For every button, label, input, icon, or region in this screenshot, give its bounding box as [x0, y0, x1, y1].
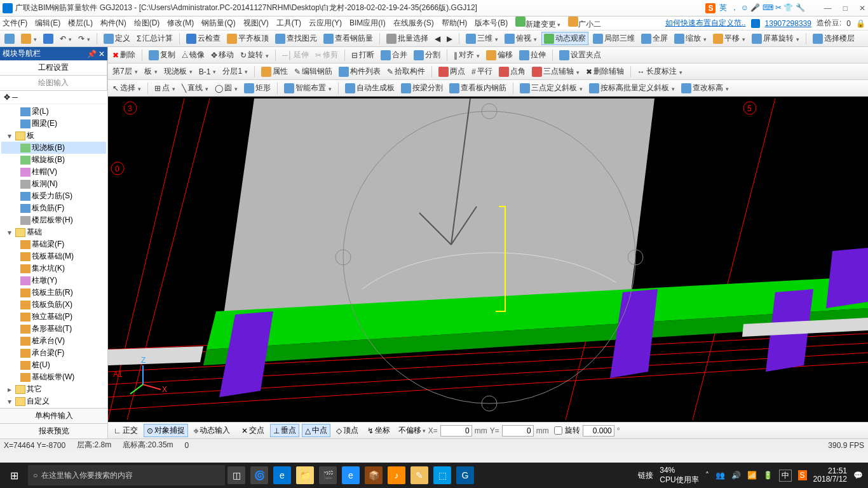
break-button[interactable]: ⊟打断 — [349, 49, 376, 61]
copy-button[interactable]: 复制 — [147, 49, 177, 61]
perp-snap[interactable]: ⊥垂点 — [270, 424, 299, 437]
screen-rotate-button[interactable]: 屏幕旋转 — [750, 32, 801, 44]
rotate-checkbox[interactable] — [554, 426, 562, 435]
tab-draw-input[interactable]: 绘图输入 — [0, 76, 107, 90]
osnap-toggle[interactable]: ⊙对象捕捉 — [144, 424, 188, 437]
angle-input[interactable] — [583, 425, 614, 437]
new-file-icon[interactable] — [3, 33, 17, 44]
floor-select[interactable]: 第7层 — [111, 65, 140, 78]
save-icon[interactable] — [41, 33, 55, 44]
undo-icon[interactable]: ↶ — [58, 34, 74, 44]
tree-found-beam[interactable]: 基础梁(F) — [32, 239, 64, 250]
menu-help[interactable]: 帮助(H) — [442, 18, 468, 29]
tray-network-icon[interactable]: 📶 — [747, 471, 757, 480]
edge-icon[interactable]: e — [273, 466, 291, 484]
menu-bim[interactable]: BIM应用(I) — [349, 18, 386, 29]
tree-custom[interactable]: 自定义 — [27, 396, 50, 407]
ptang-button[interactable]: 点角 — [497, 65, 527, 78]
3d-viewport[interactable]: 3 5 0 A1 Z X — [108, 97, 868, 422]
menu-view[interactable]: 视图(V) — [243, 18, 269, 29]
tree-beam[interactable]: 梁(L) — [32, 106, 49, 117]
stretch-button[interactable]: 拉伸 — [517, 49, 548, 61]
tree-pier[interactable]: 柱墩(Y) — [32, 275, 57, 286]
menu-steel[interactable]: 钢筋量(Q) — [201, 18, 235, 29]
tree-column-cap[interactable]: 柱帽(V) — [32, 166, 57, 177]
circle-tool[interactable]: ◯圆 — [213, 82, 240, 94]
lock-icon[interactable]: 🔒 — [856, 19, 865, 28]
delete-button[interactable]: ✖删除 — [111, 49, 137, 61]
app-icon-4[interactable]: ✎ — [410, 466, 428, 484]
tab-single-input[interactable]: 单构件输入 — [0, 408, 107, 423]
movie-icon[interactable]: 🎬 — [319, 466, 337, 484]
tree-raft-main[interactable]: 筏板主筋(R) — [32, 287, 73, 298]
prev-icon[interactable]: ◀ — [433, 34, 442, 44]
tree-sump[interactable]: 集水坑(K) — [32, 263, 65, 274]
intersect-snap[interactable]: ✕交点 — [238, 424, 268, 437]
taskbar-search[interactable]: ○ 在这里输入你要搜索的内容 — [28, 465, 225, 485]
tray-up-icon[interactable]: ˄ — [705, 471, 709, 480]
zoom-button[interactable]: 缩放 — [672, 32, 709, 44]
close-button[interactable]: ✕ — [859, 4, 865, 13]
pan-button[interactable]: 平移 — [711, 32, 747, 44]
tray-clock[interactable]: 21:512018/7/12 — [813, 467, 847, 484]
rotate-button[interactable]: ↻旋转 — [238, 49, 271, 61]
ie-icon[interactable]: e — [342, 466, 360, 484]
tree-raft[interactable]: 筏板基础(M) — [32, 251, 74, 262]
tree-slab-rebar[interactable]: 板受力筋(S) — [32, 191, 72, 201]
parallel-button[interactable]: #平行 — [470, 65, 494, 78]
setclip-button[interactable]: 设置夹点 — [557, 49, 603, 61]
tree-strip-found[interactable]: 条形基础(T) — [32, 323, 72, 334]
tray-ime-icon[interactable]: 中 — [779, 470, 792, 482]
app-icon-2[interactable]: 📦 — [365, 466, 383, 484]
tree-cast-slab[interactable]: 现浇板(B) — [32, 142, 65, 153]
user-link[interactable]: 广小二 — [568, 17, 601, 30]
layer-select[interactable]: 分层1 — [220, 65, 250, 78]
extend-button[interactable]: ─│延伸 — [280, 49, 311, 61]
align-button[interactable]: ‖对齐 — [452, 49, 482, 61]
offset-button[interactable]: 偏移 — [484, 49, 515, 61]
app-icon-1[interactable]: 🌀 — [250, 466, 268, 484]
menu-tool[interactable]: 工具(T) — [276, 18, 301, 29]
select-floor-button[interactable]: 选择楼层 — [811, 32, 857, 44]
tree-other[interactable]: 其它 — [27, 384, 42, 395]
batch-select-button[interactable]: 批量选择 — [384, 32, 430, 44]
pick-member-button[interactable]: ✎拾取构件 — [385, 65, 427, 78]
vertex-snap[interactable]: ◇顶点 — [333, 424, 362, 437]
tray-sogou-icon[interactable]: S — [798, 470, 807, 480]
view-board-steel-button[interactable]: 查看板内钢筋 — [447, 82, 508, 94]
view-steel-button[interactable]: 查看钢筋量 — [322, 32, 375, 44]
select-tool[interactable]: ↖选择 — [111, 82, 143, 94]
tree-slab-folder[interactable]: 板 — [27, 130, 34, 141]
menu-modify[interactable]: 修改(M) — [167, 18, 194, 29]
check-elev-button[interactable]: 查改标高 — [679, 82, 731, 94]
view-3d-button[interactable]: 三维 — [464, 32, 500, 44]
find-graph-button[interactable]: 查找图元 — [273, 32, 319, 44]
app-icon-5[interactable]: ⬚ — [433, 466, 451, 484]
delete-aux-button[interactable]: ✖删除辅轴 — [584, 65, 626, 78]
tray-people-icon[interactable]: 👥 — [715, 471, 725, 480]
top-view-button[interactable]: 俯视 — [503, 32, 539, 44]
menu-edit[interactable]: 编辑(E) — [35, 18, 60, 29]
pin-icon[interactable]: 📌 ✕ — [87, 50, 105, 58]
line-tool[interactable]: ╲直线 — [180, 82, 210, 94]
trim-button[interactable]: ✂修剪 — [313, 49, 340, 61]
menu-version[interactable]: 版本号(B) — [475, 18, 508, 29]
cloud-check-button[interactable]: 云检查 — [184, 32, 222, 44]
app-icon-6[interactable]: G — [456, 466, 474, 484]
x-offset-input[interactable] — [440, 425, 472, 437]
tree-foundation-folder[interactable]: 基础 — [27, 227, 42, 238]
dim-length-button[interactable]: ↔长度标注 — [635, 65, 684, 78]
mid-snap[interactable]: △中点 — [302, 424, 330, 437]
y-offset-input[interactable] — [502, 425, 534, 437]
point-tool[interactable]: ⊞点 — [153, 82, 177, 94]
split-button[interactable]: 分割 — [412, 49, 442, 61]
batch-slope-button[interactable]: 按标高批量定义斜板 — [587, 82, 677, 94]
local-3d-button[interactable]: 局部三维 — [591, 32, 637, 44]
tray-link[interactable]: 链接 — [638, 470, 653, 481]
member-select[interactable]: B-1 — [197, 67, 219, 77]
maximize-button[interactable]: □ — [843, 4, 848, 13]
category-select[interactable]: 板 — [142, 65, 159, 78]
explorer-icon[interactable]: 📁 — [296, 466, 314, 484]
tree-slab-hole[interactable]: 板洞(N) — [32, 179, 58, 189]
split-by-beam-button[interactable]: 按梁分割 — [399, 82, 445, 94]
